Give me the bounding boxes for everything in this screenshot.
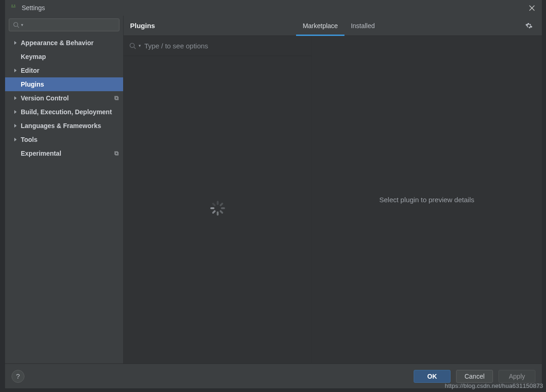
button-label: Cancel bbox=[464, 373, 485, 380]
button-label: Apply bbox=[509, 373, 525, 380]
plugin-detail-column: Select plugin to preview details bbox=[312, 36, 542, 363]
plugin-list-column: ▼ bbox=[124, 36, 312, 363]
plugin-search-input[interactable] bbox=[144, 42, 306, 50]
plugin-tabs: Marketplace Installed bbox=[296, 16, 381, 35]
sidebar-item-label: Editor bbox=[21, 67, 39, 74]
help-icon: ? bbox=[16, 372, 20, 380]
sidebar-item-version-control[interactable]: Version Control⧉ bbox=[5, 91, 123, 105]
tab-label: Marketplace bbox=[303, 22, 338, 29]
detail-placeholder: Select plugin to preview details bbox=[380, 196, 475, 204]
tab-marketplace[interactable]: Marketplace bbox=[296, 16, 344, 35]
dialog-footer: ? OK Cancel Apply bbox=[5, 363, 542, 388]
close-icon[interactable] bbox=[525, 1, 538, 14]
apply-button[interactable]: Apply bbox=[499, 370, 535, 383]
svg-point-2 bbox=[130, 43, 134, 47]
dialog-body: ▼ Appearance & Behavior Keymap Editor Pl… bbox=[5, 16, 542, 363]
chevron-down-icon: ▼ bbox=[138, 44, 142, 48]
sidebar-item-label: Appearance & Behavior bbox=[21, 39, 94, 47]
page-title: Plugins bbox=[130, 22, 155, 29]
android-icon bbox=[9, 3, 18, 12]
svg-point-0 bbox=[14, 23, 18, 27]
sidebar-item-label: Experimental bbox=[21, 150, 61, 157]
ok-button[interactable]: OK bbox=[414, 370, 451, 383]
main-body: ▼ Select plugin to preview details bbox=[124, 36, 542, 363]
settings-tree: Appearance & Behavior Keymap Editor Plug… bbox=[5, 34, 123, 160]
sidebar-item-editor[interactable]: Editor bbox=[5, 64, 123, 77]
svg-line-3 bbox=[134, 47, 136, 49]
sidebar-item-tools[interactable]: Tools bbox=[5, 133, 123, 146]
plugin-list bbox=[124, 56, 311, 363]
chevron-down-icon: ▼ bbox=[20, 23, 24, 27]
main-panel: Plugins Marketplace Installed ▼ bbox=[124, 16, 542, 363]
sidebar-item-keymap[interactable]: Keymap bbox=[5, 50, 123, 64]
sidebar-item-label: Plugins bbox=[21, 81, 44, 88]
sidebar-item-label: Build, Execution, Deployment bbox=[21, 108, 112, 116]
settings-sidebar: ▼ Appearance & Behavior Keymap Editor Pl… bbox=[5, 16, 124, 363]
sidebar-item-label: Keymap bbox=[21, 53, 46, 60]
loading-spinner-icon bbox=[210, 201, 225, 216]
svg-line-1 bbox=[18, 26, 19, 28]
sidebar-item-plugins[interactable]: Plugins bbox=[5, 77, 123, 91]
sidebar-search-input[interactable] bbox=[24, 22, 115, 29]
sidebar-item-label: Tools bbox=[21, 136, 37, 143]
sidebar-searchbox[interactable]: ▼ bbox=[9, 18, 119, 31]
dialog-title: Settings bbox=[22, 4, 45, 12]
sidebar-item-languages[interactable]: Languages & Frameworks bbox=[5, 119, 123, 133]
sidebar-search: ▼ bbox=[5, 16, 123, 34]
gear-icon[interactable] bbox=[522, 19, 535, 32]
sidebar-item-label: Languages & Frameworks bbox=[21, 122, 101, 129]
tab-installed[interactable]: Installed bbox=[344, 16, 381, 35]
profile-badge-icon: ⧉ bbox=[114, 150, 119, 157]
search-icon bbox=[129, 42, 136, 49]
plugin-search: ▼ bbox=[124, 36, 311, 56]
sidebar-item-experimental[interactable]: Experimental⧉ bbox=[5, 146, 123, 160]
tab-label: Installed bbox=[351, 22, 375, 29]
cancel-button[interactable]: Cancel bbox=[456, 370, 493, 383]
sidebar-item-label: Version Control bbox=[21, 94, 69, 102]
settings-dialog: Settings ▼ Appearance & Behavior Keymap … bbox=[5, 0, 542, 388]
search-icon bbox=[13, 22, 19, 28]
button-label: OK bbox=[427, 373, 437, 380]
sidebar-item-build[interactable]: Build, Execution, Deployment bbox=[5, 105, 123, 119]
sidebar-item-appearance[interactable]: Appearance & Behavior bbox=[5, 36, 123, 50]
main-header: Plugins Marketplace Installed bbox=[124, 16, 542, 36]
profile-badge-icon: ⧉ bbox=[114, 94, 119, 102]
titlebar: Settings bbox=[5, 0, 542, 16]
help-button[interactable]: ? bbox=[12, 370, 24, 383]
